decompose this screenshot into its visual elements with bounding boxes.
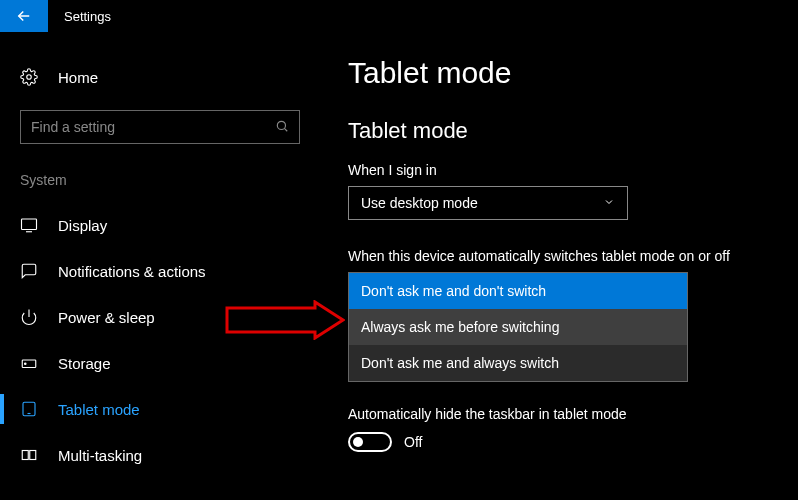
sidebar: Home System Display Notifications & acti… xyxy=(0,32,320,500)
autohide-label: Automatically hide the taskbar in tablet… xyxy=(348,406,778,422)
svg-point-1 xyxy=(277,121,285,129)
dropdown-option[interactable]: Always ask me before switching xyxy=(349,309,687,345)
svg-rect-2 xyxy=(22,219,37,230)
switch-mode-dropdown[interactable]: Don't ask me and don't switch Always ask… xyxy=(348,272,688,382)
svg-point-5 xyxy=(25,363,27,365)
sidebar-item-notifications[interactable]: Notifications & actions xyxy=(0,248,320,294)
multitask-icon xyxy=(20,446,38,464)
chevron-down-icon xyxy=(603,195,615,211)
tablet-icon xyxy=(20,400,38,418)
sidebar-item-label: Tablet mode xyxy=(58,401,140,418)
section-title: Tablet mode xyxy=(348,118,778,144)
signin-label: When I sign in xyxy=(348,162,778,178)
page-title: Tablet mode xyxy=(348,56,778,90)
sidebar-item-tablet-mode[interactable]: Tablet mode xyxy=(0,386,320,432)
sidebar-item-label: Display xyxy=(58,217,107,234)
dropdown-option[interactable]: Don't ask me and always switch xyxy=(349,345,687,381)
sidebar-item-multitasking[interactable]: Multi-tasking xyxy=(0,432,320,478)
svg-rect-8 xyxy=(22,451,28,460)
group-label: System xyxy=(0,162,320,202)
home-button[interactable]: Home xyxy=(0,56,320,98)
storage-icon xyxy=(20,354,38,372)
sidebar-item-label: Power & sleep xyxy=(58,309,155,326)
signin-select[interactable]: Use desktop mode xyxy=(348,186,628,220)
autohide-value: Off xyxy=(404,434,422,450)
message-icon xyxy=(20,262,38,280)
svg-point-0 xyxy=(27,75,32,80)
sidebar-item-power[interactable]: Power & sleep xyxy=(0,294,320,340)
display-icon xyxy=(20,216,38,234)
gear-icon xyxy=(20,68,38,86)
back-button[interactable] xyxy=(0,0,48,32)
switch-label: When this device automatically switches … xyxy=(348,248,778,264)
sidebar-item-label: Notifications & actions xyxy=(58,263,206,280)
signin-value: Use desktop mode xyxy=(361,195,478,211)
sidebar-item-label: Storage xyxy=(58,355,111,372)
search-box[interactable] xyxy=(20,110,300,144)
search-icon xyxy=(275,119,289,136)
titlebar-label: Settings xyxy=(48,9,111,24)
sidebar-item-label: Multi-tasking xyxy=(58,447,142,464)
search-input[interactable] xyxy=(31,119,275,135)
power-icon xyxy=(20,308,38,326)
autohide-toggle[interactable] xyxy=(348,432,392,452)
main-content: Tablet mode Tablet mode When I sign in U… xyxy=(320,32,798,500)
dropdown-option[interactable]: Don't ask me and don't switch xyxy=(349,273,687,309)
toggle-knob xyxy=(353,437,363,447)
arrow-left-icon xyxy=(15,7,33,25)
home-label: Home xyxy=(58,69,98,86)
sidebar-item-display[interactable]: Display xyxy=(0,202,320,248)
svg-rect-9 xyxy=(30,451,36,460)
titlebar: Settings xyxy=(0,0,798,32)
sidebar-item-storage[interactable]: Storage xyxy=(0,340,320,386)
